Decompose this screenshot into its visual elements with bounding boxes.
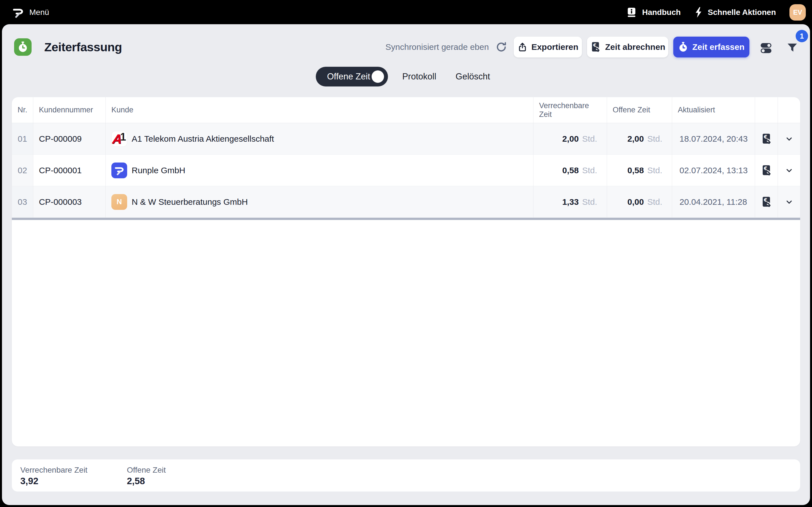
bill-row-action[interactable]: € [755,123,778,155]
bill-row-action[interactable]: € [755,186,778,218]
zeiterfassung-page: Menü Handbuch [0,0,812,507]
customer-number: CP-000001 [33,155,106,186]
record-time-button[interactable]: Zeit erfassen [673,37,749,57]
sync-status-text: Synchronisiert gerade eben [386,42,489,52]
col-header-expand [778,97,800,123]
customer-number: CP-000009 [33,123,106,155]
col-header-aktualisiert: Aktualisiert [672,97,755,123]
export-button[interactable]: Exportieren [514,37,582,57]
page-title: Zeiterfassung [44,40,122,54]
sync-status-wrap: Synchronisiert gerade eben [386,38,507,56]
bill-row-action[interactable]: € [755,155,778,186]
col-header-kunde: Kunde [106,97,534,123]
filter-count-badge: 1 [796,30,808,42]
quick-actions-button[interactable]: Schnelle Aktionen [694,6,776,18]
customer-name: N & W Steuerberatungs GmbH [132,197,248,207]
invoice-euro-icon: € [760,164,772,177]
tab-offene-zeit[interactable]: Offene Zeit [316,67,388,87]
updated-cell: 20.04.2021, 11:28 [672,186,755,218]
table-row[interactable]: 01 CP-000009 A 1 A1 Telekom Austria Akti… [12,123,800,155]
unit-label: Std. [582,134,597,144]
totals-bar: Verrechenbare Zeit 3,92 Offene Zeit 2,58 [12,459,800,492]
unit-label: Std. [647,197,662,207]
col-header-offene-zeit: Offene Zeit [607,97,672,123]
row-number: 01 [12,123,33,155]
export-label: Exportieren [531,42,578,52]
book-info-icon [626,7,637,18]
expand-row-button[interactable] [778,155,800,186]
updated-cell: 18.07.2024, 20:43 [672,123,755,155]
col-header-kundennummer: Kundennummer [33,97,106,123]
export-icon [517,42,527,52]
horizontal-scrollbar[interactable] [12,218,800,220]
svg-text:€: € [763,134,767,140]
svg-text:€: € [763,197,767,203]
handbuch-button[interactable]: Handbuch [626,7,680,18]
updated-cell: 02.07.2024, 13:13 [672,155,755,186]
time-table: Nr. Kundennummer Kunde Verrechenbare Zei… [12,97,800,446]
col-header-nr: Nr. [12,97,33,123]
open-time-value: 0,58 [627,166,644,175]
expand-row-button[interactable] [778,123,800,155]
open-total-label: Offene Zeit [127,466,166,474]
handbuch-label: Handbuch [642,8,680,17]
unit-label: Std. [647,134,662,144]
view-settings-icon[interactable] [758,41,773,55]
table-row[interactable]: 03 CP-000003 N N & W Steuerberatungs Gmb… [12,186,800,218]
topbar-right: Handbuch Schnelle Aktionen EV [626,0,806,25]
billable-time-value: 1,33 [562,197,578,207]
svg-text:€: € [593,43,597,48]
customer-name: A1 Telekom Austria Aktiengesellschaft [132,134,274,144]
open-time-cell: 2,00 Std. [607,123,672,155]
open-time-value: 0,00 [627,197,644,207]
a1-logo: A 1 [111,131,127,147]
customer-name: Runple GmbH [132,166,185,175]
row-number: 03 [12,186,33,218]
menu-button[interactable]: Menü [11,4,49,21]
stopwatch-icon [678,41,688,53]
unit-label: Std. [647,166,662,175]
topbar: Menü Handbuch [0,0,812,25]
tab-geloescht[interactable]: Gelöscht [455,67,491,87]
filter-icon[interactable] [786,42,799,54]
quick-actions-label: Schnelle Aktionen [708,8,776,17]
bill-time-label: Zeit abrechnen [605,42,665,52]
svg-text:€: € [763,166,767,171]
open-time-cell: 0,00 Std. [607,186,672,218]
col-header-verrechenbare-zeit: Verrechenbare Zeit [534,97,607,123]
runple-logo [111,163,127,178]
row-number: 02 [12,155,33,186]
tab-offene-zeit-label: Offene Zeit [327,71,370,82]
customer-cell: N N & W Steuerberatungs GmbH [106,186,534,218]
billable-time-cell: 1,33 Std. [534,186,607,218]
chevron-down-icon [785,135,794,143]
open-time-value: 2,00 [627,134,644,144]
expand-row-button[interactable] [778,186,800,218]
invoice-euro-icon: € [760,133,772,145]
main-panel: Zeiterfassung Synchronisiert gerade eben… [2,24,810,505]
table-header-row: Nr. Kundennummer Kunde Verrechenbare Zei… [12,97,800,123]
customer-cell: Runple GmbH [106,155,534,186]
bill-time-button[interactable]: € Zeit abrechnen [587,37,668,57]
billable-time-value: 2,00 [562,134,578,144]
lightning-icon [694,6,703,18]
billable-time-cell: 0,58 Std. [534,155,607,186]
record-time-label: Zeit erfassen [692,42,744,52]
invoice-euro-icon: € [760,196,772,208]
customer-number: CP-000003 [33,186,106,218]
table-row[interactable]: 02 CP-000001 Runple GmbH 0,58 Std. [12,155,800,186]
tab-toggle-knob [371,70,384,83]
refresh-icon[interactable] [496,41,507,53]
user-avatar[interactable]: EV [790,4,806,20]
stopwatch-icon [17,41,29,53]
letter-avatar: N [111,194,127,210]
invoice-euro-icon: € [590,41,601,53]
col-header-action [755,97,778,123]
open-total-value: 2,58 [127,476,145,487]
menu-label: Menü [29,8,49,17]
billable-time-value: 0,58 [562,166,578,175]
zeiterfassung-app-icon [14,38,32,56]
tab-protokoll[interactable]: Protokoll [401,67,438,87]
unit-label: Std. [582,197,597,207]
a1-logo-letter: A [112,132,122,145]
